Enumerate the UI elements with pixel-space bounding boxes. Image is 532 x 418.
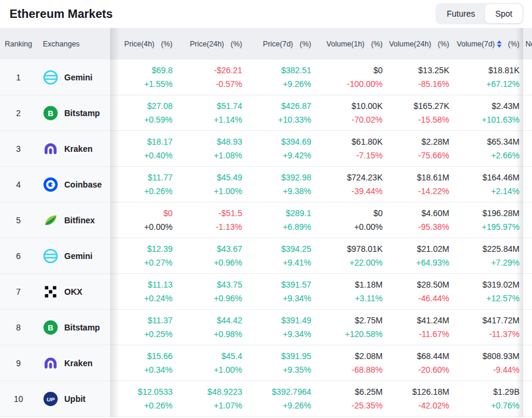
column-header-pct-label: (%) — [231, 40, 242, 48]
okx-logo-icon — [43, 284, 58, 300]
exchange-cell[interactable]: Kraken — [37, 131, 110, 166]
cell-percent: +64.93% — [416, 258, 449, 267]
exchange-name: Bitfinex — [64, 216, 95, 225]
price-7d-cell: $394.25+9.41% — [246, 238, 315, 273]
market-type-toggle: Futures Spot — [436, 3, 524, 24]
cell-value: $12.39 — [147, 244, 173, 254]
cell-percent: +7.29% — [491, 258, 520, 267]
column-header-price-24h[interactable]: Price(24h)(%) — [176, 28, 246, 60]
exchange-cell[interactable]: Bitfinex — [37, 202, 110, 238]
cell-value: $126.18M — [412, 387, 449, 397]
svg-text:B: B — [48, 108, 53, 117]
volume-1h-cell: $61.80K-7.15% — [315, 131, 386, 166]
svg-text:B: B — [48, 323, 53, 332]
column-header-volume-24h[interactable]: Volume(24h)(%) — [386, 28, 453, 60]
table-row[interactable]: 6Gemini$12.39+0.27%$43.67+0.96%$394.25+9… — [0, 238, 532, 274]
cell-percent: +195.97% — [482, 222, 520, 232]
rank-cell: 2 — [0, 95, 37, 130]
cell-percent: +0.96% — [214, 258, 242, 267]
table-row[interactable]: 4Coinbase$11.77+0.26%$45.49+1.00%$392.98… — [0, 167, 532, 202]
rank-cell: 4 — [0, 167, 37, 202]
cell-value: $391.95 — [281, 351, 311, 361]
table-row[interactable]: 9Kraken$15.66+0.34%$45.4+1.00%$391.95+9.… — [0, 345, 532, 381]
volume-24h-cell: $4.60M-95.38% — [386, 202, 453, 238]
cell-value: $724.23K — [347, 173, 383, 182]
price-7d-cell: $392.98+9.38% — [246, 167, 315, 202]
cell-value: $426.87 — [281, 101, 311, 111]
price-7d-cell: $391.95+9.35% — [246, 345, 315, 380]
futures-tab[interactable]: Futures — [437, 4, 485, 23]
cell-percent: -70.02% — [352, 115, 383, 124]
price-7d-cell: $391.57+9.34% — [246, 274, 315, 309]
exchange-cell[interactable]: Kraken — [37, 345, 110, 380]
cell-value: $391.49 — [281, 316, 311, 325]
price-4h-cell: $18.17+0.40% — [110, 131, 176, 166]
cell-percent: +120.58% — [345, 329, 383, 339]
column-header-volume-7d[interactable]: Volume(7d)(%) — [453, 28, 523, 60]
rank-cell: 9 — [0, 345, 37, 380]
cell-percent: +9.41% — [283, 258, 311, 267]
bitstamp-logo-icon: B — [43, 105, 58, 121]
column-header-volume-1h[interactable]: Volume(1h)(%) — [315, 28, 386, 60]
svg-text:UP: UP — [46, 395, 55, 402]
table-row[interactable]: 7OKX$11.13+0.24%$43.75+0.96%$391.57+9.34… — [0, 274, 532, 310]
table-row[interactable]: 5Bitfinex$0+0.00%-$51.5-1.13%$289.1+6.89… — [0, 202, 532, 238]
cell-value: $68.44M — [417, 351, 449, 361]
pinned-right-cell — [523, 381, 532, 416]
cell-percent: +12.57% — [486, 294, 520, 303]
volume-1h-cell: $0-100.00% — [315, 60, 386, 95]
page-title: Ethereum Markets — [10, 7, 112, 21]
table-row[interactable]: 8BBitstamp$11.37+0.25%$44.42+0.98%$391.4… — [0, 310, 532, 345]
column-header-label: Volume(1h) — [327, 40, 365, 48]
rank-cell: 5 — [0, 202, 37, 238]
pinned-right-cell — [523, 238, 532, 273]
volume-1h-cell: $0+0.00% — [315, 202, 386, 238]
column-header-price-4h[interactable]: Price(4h)(%) — [110, 28, 176, 60]
volume-24h-cell: $13.25K-85.16% — [386, 60, 453, 95]
column-header-price-7d[interactable]: Price(7d)(%) — [246, 28, 315, 60]
cell-value: $13.25K — [418, 65, 449, 75]
volume-7d-cell: $225.84M+7.29% — [453, 238, 523, 273]
exchange-cell[interactable]: OKX — [37, 274, 110, 309]
cell-value: -$51.5 — [218, 208, 242, 218]
volume-7d-cell: $164.46M+2.14% — [453, 167, 523, 202]
cell-percent: -11.37% — [489, 329, 520, 339]
table-row[interactable]: 10UPUpbit$12.0533+0.26%$48.9223+1.07%$39… — [0, 381, 532, 417]
spot-tab[interactable]: Spot — [485, 4, 522, 23]
column-header-label: Volume(7d) — [457, 40, 495, 48]
exchange-cell[interactable]: Gemini — [37, 238, 110, 273]
cell-percent: -39.44% — [352, 186, 383, 196]
cell-percent: -95.38% — [418, 222, 449, 232]
table-row[interactable]: 2BBitstamp$27.08+0.59%$51.74+1.14%$426.8… — [0, 95, 532, 131]
volume-24h-cell: $21.02M+64.93% — [386, 238, 453, 273]
rank-cell: 6 — [0, 238, 37, 273]
table-row[interactable]: 1Gemini$69.8+1.55%-$26.21-0.57%$382.51+9… — [0, 60, 532, 95]
column-header-ranking: Ranking — [0, 28, 37, 60]
cell-value: $61.80K — [352, 137, 383, 146]
exchange-cell[interactable]: UPUpbit — [37, 381, 110, 416]
cell-value: $164.46M — [483, 173, 520, 182]
cell-percent: +22.00% — [349, 258, 383, 267]
volume-1h-cell: $10.00K-70.02% — [315, 95, 386, 130]
exchange-name: OKX — [64, 287, 82, 297]
cell-percent: +9.34% — [283, 329, 311, 339]
cell-value: $43.67 — [217, 244, 242, 254]
exchange-cell[interactable]: BBitstamp — [37, 95, 110, 130]
cell-value: $394.25 — [281, 244, 311, 254]
price-7d-cell: $394.69+9.42% — [246, 131, 315, 166]
price-4h-cell: $11.13+0.24% — [110, 274, 176, 309]
cell-percent: -0.57% — [216, 79, 242, 89]
exchange-cell[interactable]: BBitstamp — [37, 310, 110, 345]
column-header-pct-label: (%) — [371, 40, 383, 48]
exchange-cell[interactable]: Gemini — [37, 60, 110, 95]
exchange-cell[interactable]: Coinbase — [37, 167, 110, 202]
cell-percent: -100.00% — [347, 79, 383, 89]
sort-icon[interactable] — [497, 40, 502, 48]
volume-7d-cell: $319.02M+12.57% — [453, 274, 523, 309]
table-row[interactable]: 3Kraken$18.17+0.40%$48.93+1.08%$394.69+9… — [0, 131, 532, 167]
cell-percent: +0.96% — [214, 294, 242, 303]
volume-7d-cell: $1.29B+0.76% — [453, 381, 523, 416]
cell-value: $0 — [373, 65, 383, 75]
cell-percent: +10.33% — [278, 115, 311, 124]
cell-percent: +1.07% — [214, 401, 242, 410]
